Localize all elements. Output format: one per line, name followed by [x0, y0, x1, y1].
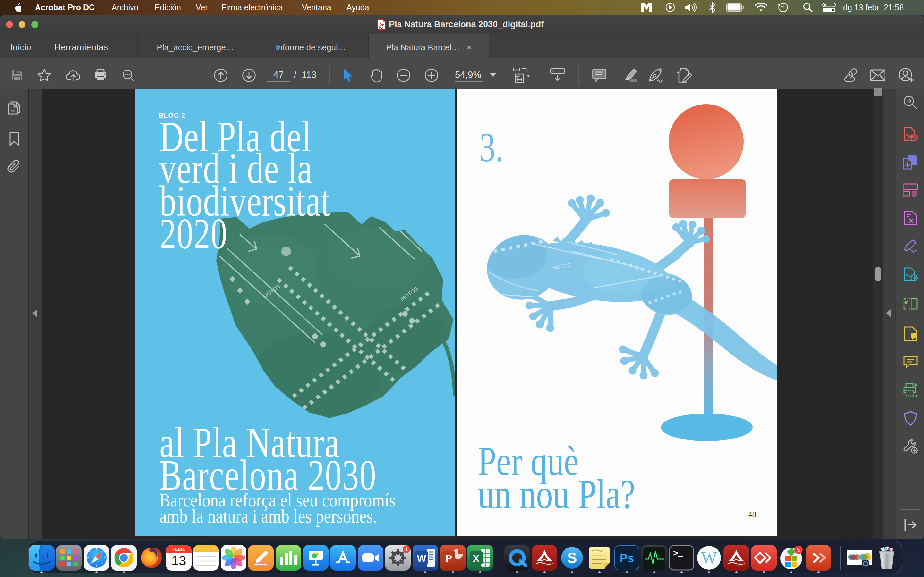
svg-text:amb la natura i amb les person: amb la natura i amb les persones.	[160, 506, 377, 527]
svg-text:3.: 3.	[479, 124, 503, 170]
svg-text:13: 13	[171, 553, 186, 568]
svg-text:48: 48	[748, 510, 756, 519]
svg-text:P: P	[446, 553, 452, 564]
svg-text:>_: >_	[673, 549, 683, 558]
svg-text:2020: 2020	[160, 210, 228, 258]
svg-text:PDF: PDF	[379, 26, 384, 29]
svg-text:X: X	[473, 553, 479, 564]
svg-text:W: W	[701, 549, 717, 567]
svg-text:5: 5	[797, 547, 800, 553]
svg-text:W: W	[417, 553, 426, 564]
svg-text:Ps: Ps	[620, 552, 634, 565]
svg-text:S: S	[567, 550, 577, 566]
svg-text:FEBR.: FEBR.	[173, 547, 185, 552]
svg-text:1: 1	[405, 546, 408, 552]
svg-text:un nou Pla?: un nou Pla?	[478, 471, 635, 517]
